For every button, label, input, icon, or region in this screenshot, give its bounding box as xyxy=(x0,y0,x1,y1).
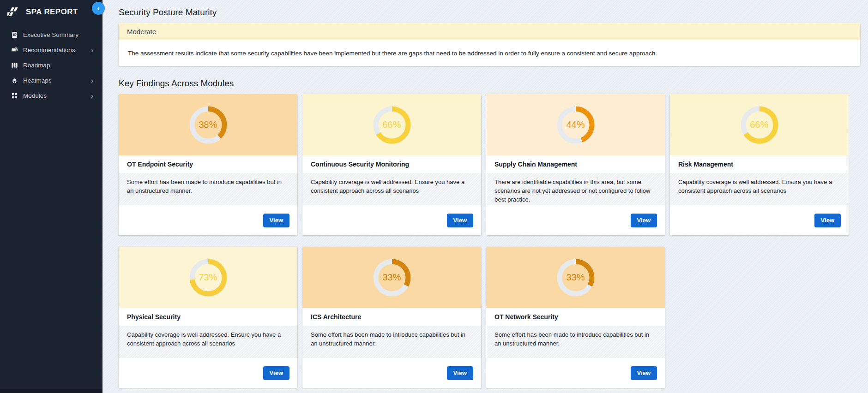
app-logo-icon xyxy=(7,7,21,17)
module-card-physical-security: 73% Physical Security Capability coverag… xyxy=(119,247,297,388)
donut-chart: 73% xyxy=(189,259,227,297)
card-description: Capability coverage is well addressed. E… xyxy=(119,326,297,358)
card-description: Some effort has been made to introduce c… xyxy=(486,326,665,358)
card-title: Risk Management xyxy=(670,155,849,173)
card-description: Capability coverage is well addressed. E… xyxy=(670,173,849,205)
view-button[interactable]: View xyxy=(447,366,473,380)
flame-icon xyxy=(11,77,18,84)
module-card-ot-network-security: 33% OT Network Security Some effort has … xyxy=(486,247,665,388)
sidebar-nav: Executive Summary Recommendations › Road… xyxy=(0,22,102,103)
chevron-right-icon: › xyxy=(91,77,93,84)
sidebar-item-modules[interactable]: Modules › xyxy=(0,88,102,103)
maturity-level-label: Moderate xyxy=(127,28,156,36)
module-card-risk-management: 66% Risk Management Capability coverage … xyxy=(670,94,849,235)
maturity-level-banner: Moderate xyxy=(119,23,860,40)
card-chart-header: 44% xyxy=(486,94,665,155)
donut-chart: 38% xyxy=(189,106,227,144)
sidebar-collapse-button[interactable]: ‹ xyxy=(92,2,105,15)
view-button[interactable]: View xyxy=(263,214,289,227)
sidebar-item-label: Recommendations xyxy=(23,47,75,54)
card-description: There are identifiable capabilities in t… xyxy=(486,173,665,205)
card-footer: View xyxy=(486,205,665,235)
modules-icon xyxy=(11,92,18,100)
brand: SPA REPORT xyxy=(0,0,102,22)
page-title: Security Posture Maturity xyxy=(119,7,860,18)
module-cards-grid: 38% OT Endpoint Security Some effort has… xyxy=(119,94,860,388)
report-icon xyxy=(11,31,18,39)
card-title: OT Network Security xyxy=(486,308,665,326)
module-card-ics-architecture: 33% ICS Architecture Some effort has bee… xyxy=(302,247,481,388)
card-chart-header: 33% xyxy=(302,247,481,308)
card-title: Physical Security xyxy=(119,308,297,326)
card-footer: View xyxy=(119,358,297,388)
card-description: Capability coverage is well addressed. E… xyxy=(302,173,481,205)
module-card-ot-endpoint-security: 38% OT Endpoint Security Some effort has… xyxy=(119,94,297,235)
card-footer: View xyxy=(302,358,481,388)
main-content: Security Posture Maturity Moderate The a… xyxy=(102,0,868,393)
module-card-supply-chain-management: 44% Supply Chain Management There are id… xyxy=(486,94,665,235)
sidebar-item-label: Executive Summary xyxy=(23,31,78,38)
view-button[interactable]: View xyxy=(447,214,473,227)
donut-percent-label: 38% xyxy=(189,106,227,144)
findings-title: Key Findings Across Modules xyxy=(119,78,860,89)
card-chart-header: 66% xyxy=(670,94,849,155)
view-button[interactable]: View xyxy=(631,214,657,227)
card-footer: View xyxy=(486,358,665,388)
card-chart-header: 33% xyxy=(486,247,665,308)
donut-chart: 33% xyxy=(373,259,411,297)
sidebar-item-label: Heatmaps xyxy=(23,77,52,84)
sidebar: SPA REPORT Executive Summary Recommendat… xyxy=(0,0,102,393)
donut-chart: 66% xyxy=(373,106,411,144)
card-footer: View xyxy=(670,205,849,235)
maturity-description: The assessment results indicate that som… xyxy=(119,40,860,66)
view-button[interactable]: View xyxy=(263,366,289,380)
donut-percent-label: 33% xyxy=(373,259,411,297)
donut-percent-label: 73% xyxy=(189,259,227,297)
donut-chart: 33% xyxy=(557,259,595,297)
card-title: Continuous Security Monitoring xyxy=(302,155,481,173)
card-chart-header: 38% xyxy=(119,94,297,155)
chevron-right-icon: › xyxy=(91,92,93,99)
chevron-left-icon: ‹ xyxy=(97,4,100,12)
card-title: OT Endpoint Security xyxy=(119,155,297,173)
card-footer: View xyxy=(119,205,297,235)
card-description: Some effort has been made to introduce c… xyxy=(302,326,481,358)
sidebar-item-roadmap[interactable]: Roadmap xyxy=(0,58,102,73)
card-chart-header: 73% xyxy=(119,247,297,308)
card-title: ICS Architecture xyxy=(302,308,481,326)
donut-percent-label: 44% xyxy=(557,106,595,144)
donut-percent-label: 66% xyxy=(741,106,778,144)
maturity-panel: Moderate The assessment results indicate… xyxy=(119,23,860,66)
app-title: SPA REPORT xyxy=(26,7,78,17)
map-icon xyxy=(11,62,18,69)
view-button[interactable]: View xyxy=(631,366,657,380)
donut-chart: 66% xyxy=(741,106,778,144)
sidebar-item-heatmaps[interactable]: Heatmaps › xyxy=(0,73,102,88)
megaphone-icon xyxy=(11,47,18,54)
chevron-right-icon: › xyxy=(91,47,93,54)
card-description: Some effort has been made to introduce c… xyxy=(119,173,297,205)
module-card-continuous-security-monitoring: 66% Continuous Security Monitoring Capab… xyxy=(302,94,481,235)
card-title: Supply Chain Management xyxy=(486,155,665,173)
maturity-description-text: The assessment results indicate that som… xyxy=(128,50,657,57)
sidebar-item-recommendations[interactable]: Recommendations › xyxy=(0,42,102,58)
sidebar-item-label: Roadmap xyxy=(23,62,50,69)
view-button[interactable]: View xyxy=(814,214,841,227)
donut-chart: 44% xyxy=(557,106,595,144)
card-footer: View xyxy=(302,205,481,235)
card-chart-header: 66% xyxy=(302,94,481,155)
sidebar-bottom-strip xyxy=(0,389,102,393)
donut-percent-label: 33% xyxy=(557,259,595,297)
donut-percent-label: 66% xyxy=(373,106,411,144)
sidebar-item-label: Modules xyxy=(23,92,47,99)
sidebar-item-executive-summary[interactable]: Executive Summary xyxy=(0,27,102,42)
